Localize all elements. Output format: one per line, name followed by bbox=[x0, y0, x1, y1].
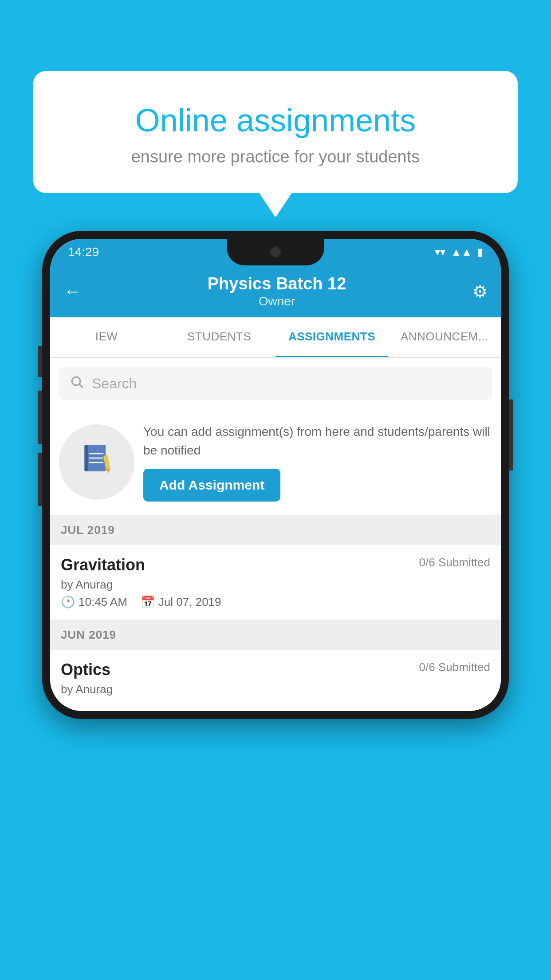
app-header: ← Physics Batch 12 Owner ⚙ bbox=[50, 265, 501, 317]
batch-subtitle: Owner bbox=[208, 294, 346, 308]
status-time: 14:29 bbox=[68, 245, 99, 259]
tabs-bar: IEW STUDENTS ASSIGNMENTS ANNOUNCEM... bbox=[50, 317, 501, 358]
promo-text: You can add assignment(s) from here and … bbox=[143, 423, 492, 460]
optics-name: Optics bbox=[61, 660, 110, 679]
assignment-name: Gravitation bbox=[61, 556, 145, 574]
notebook-icon bbox=[79, 440, 114, 484]
assignment-time: 10:45 AM bbox=[79, 595, 127, 609]
optics-top-row: Optics 0/6 Submitted bbox=[61, 660, 490, 679]
phone-screen: 14:29 ▾▾ ▲▲ ▮ ← Physics Batch 12 Owner ⚙ bbox=[50, 239, 501, 711]
speech-bubble-subtitle: ensure more practice for your students bbox=[69, 147, 482, 166]
search-bar[interactable]: Search bbox=[59, 367, 492, 400]
phone-notch bbox=[227, 239, 324, 265]
speech-bubble-container: Online assignments ensure more practice … bbox=[33, 71, 518, 193]
clock-icon: 🕐 bbox=[61, 595, 75, 609]
settings-icon[interactable]: ⚙ bbox=[472, 282, 488, 301]
optics-by: by Anurag bbox=[61, 683, 490, 696]
battery-icon: ▮ bbox=[477, 246, 483, 258]
tab-assignments[interactable]: ASSIGNMENTS bbox=[276, 317, 388, 358]
phone-wrapper: 14:29 ▾▾ ▲▲ ▮ ← Physics Batch 12 Owner ⚙ bbox=[42, 231, 509, 719]
assignment-by: by Anurag bbox=[61, 578, 490, 592]
search-container: Search bbox=[50, 358, 501, 409]
back-button[interactable]: ← bbox=[63, 281, 81, 301]
optics-submitted: 0/6 Submitted bbox=[419, 660, 490, 674]
meta-date: 📅 Jul 07, 2019 bbox=[141, 595, 221, 609]
speech-bubble-title: Online assignments bbox=[69, 102, 482, 138]
wifi-icon: ▾▾ bbox=[435, 246, 445, 258]
phone-volume-up bbox=[38, 391, 42, 444]
phone-camera bbox=[269, 246, 282, 258]
status-icons: ▾▾ ▲▲ ▮ bbox=[435, 246, 483, 258]
assignment-submitted: 0/6 Submitted bbox=[419, 556, 490, 569]
assignment-item-gravitation[interactable]: Gravitation 0/6 Submitted by Anurag 🕐 10… bbox=[50, 545, 501, 620]
search-placeholder: Search bbox=[92, 375, 137, 392]
add-assignment-promo: You can add assignment(s) from here and … bbox=[50, 409, 501, 515]
phone-device: 14:29 ▾▾ ▲▲ ▮ ← Physics Batch 12 Owner ⚙ bbox=[42, 231, 509, 719]
assignment-meta: 🕐 10:45 AM 📅 Jul 07, 2019 bbox=[61, 595, 490, 609]
phone-volume-down bbox=[38, 453, 42, 506]
promo-icon-circle bbox=[59, 424, 134, 500]
search-icon bbox=[70, 375, 84, 392]
svg-rect-7 bbox=[85, 445, 88, 471]
phone-volume-silent bbox=[38, 346, 42, 377]
tab-iew[interactable]: IEW bbox=[50, 317, 163, 357]
add-assignment-button[interactable]: Add Assignment bbox=[143, 469, 280, 502]
meta-time: 🕐 10:45 AM bbox=[61, 595, 127, 609]
assignment-date: Jul 07, 2019 bbox=[158, 595, 221, 609]
calendar-icon: 📅 bbox=[141, 595, 155, 609]
speech-bubble: Online assignments ensure more practice … bbox=[33, 71, 518, 193]
phone-power-button bbox=[509, 399, 513, 470]
section-header-jul: JUL 2019 bbox=[50, 515, 501, 545]
assignment-item-optics[interactable]: Optics 0/6 Submitted by Anurag bbox=[50, 650, 501, 711]
assignment-top-row: Gravitation 0/6 Submitted bbox=[61, 556, 490, 574]
signal-icon: ▲▲ bbox=[451, 246, 472, 258]
svg-line-1 bbox=[79, 384, 83, 387]
tab-announcements[interactable]: ANNOUNCEM... bbox=[388, 317, 501, 357]
promo-content: You can add assignment(s) from here and … bbox=[143, 423, 492, 502]
section-header-jun: JUN 2019 bbox=[50, 620, 501, 650]
tab-students[interactable]: STUDENTS bbox=[163, 317, 276, 357]
batch-title: Physics Batch 12 bbox=[208, 274, 346, 293]
header-center: Physics Batch 12 Owner bbox=[208, 274, 346, 308]
